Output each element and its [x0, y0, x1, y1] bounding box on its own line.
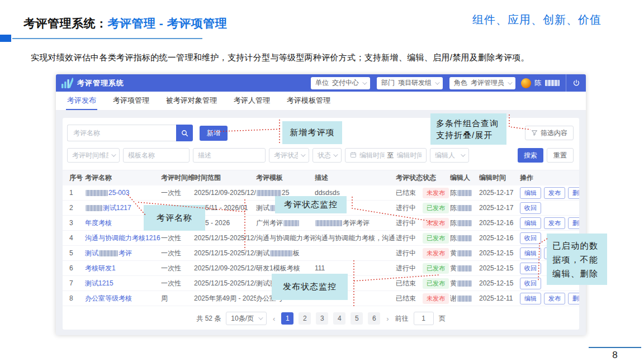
- cell-time-range: 2025/12/15-2025/12/17: [194, 279, 256, 287]
- page-number-2[interactable]: 2: [299, 312, 311, 325]
- cell-eval-name: 考核研发1: [85, 264, 161, 273]
- tab-3[interactable]: 考评人管理: [233, 92, 271, 110]
- field-placeholder: 考评状态: [274, 151, 298, 160]
- page-number-1[interactable]: 1: [281, 312, 293, 325]
- filter-search-button[interactable]: 搜索: [518, 148, 543, 163]
- action-button[interactable]: 编辑: [520, 293, 541, 304]
- page-number-4[interactable]: 4: [333, 312, 345, 325]
- goto-suffix: 页: [439, 314, 446, 323]
- chevron-down-icon: [333, 152, 338, 156]
- action-button[interactable]: 收回: [520, 202, 541, 214]
- callout-multi-query: 多条件组合查询 支持折叠/展开: [430, 113, 506, 145]
- tab-0[interactable]: 考评发布: [66, 92, 97, 110]
- filter-reset-button[interactable]: 重置: [547, 148, 574, 163]
- text-part: 沟通与协调能力考核，沟通与协...: [315, 234, 396, 242]
- status-badge: 已发布: [423, 233, 449, 244]
- text-part: 测试1215: [85, 279, 113, 287]
- action-button[interactable]: 编辑: [520, 247, 541, 259]
- filter-select-0[interactable]: 考评时间维度: [67, 148, 120, 163]
- action-button[interactable]: 发布: [544, 217, 565, 229]
- filter-input-1[interactable]: 模板名称: [123, 148, 190, 163]
- cell-time-range: 2025年第49周 - 2025...: [194, 294, 256, 303]
- add-button[interactable]: 新增: [200, 126, 228, 141]
- text-part: 陈: [450, 204, 457, 212]
- calendar-icon-wrap: [350, 151, 357, 160]
- page-number-6[interactable]: 6: [368, 312, 380, 325]
- action-button[interactable]: 收回: [520, 263, 541, 274]
- header-select-0[interactable]: 单位交付中心: [311, 77, 370, 89]
- title-section-name: 考评管理 - 考评项管理: [108, 17, 228, 30]
- user-info[interactable]: 陈: [521, 78, 560, 88]
- text-part: 测试: [256, 204, 269, 212]
- goto-page-input[interactable]: [414, 312, 434, 325]
- cell-description: 111: [315, 264, 396, 272]
- slide: 考评管理系统：考评管理 - 考评项管理 组件、应用、创新、价值 实现对绩效评估中…: [0, 0, 644, 362]
- cell-index: 4: [63, 234, 85, 242]
- search-input[interactable]: [67, 125, 176, 141]
- cell-template: 测试板: [256, 249, 315, 258]
- filter-daterange-5[interactable]: 编辑时间开始至编辑时间结束: [345, 148, 427, 163]
- column-header-3: 时间范围: [194, 173, 256, 183]
- filter-select-6[interactable]: 编辑人: [430, 148, 469, 163]
- callout-add-item: 新增考评项: [282, 121, 342, 144]
- redacted-text: [457, 280, 472, 287]
- tab-4[interactable]: 考评模板管理: [286, 92, 332, 110]
- cell-actions: 收回: [520, 202, 579, 214]
- cell-actions: 编辑发布删除: [520, 187, 579, 199]
- cell-time-dimension: 一次性: [161, 264, 194, 273]
- next-page-button[interactable]: ›: [385, 315, 390, 323]
- slide-motto: 组件、应用、创新、价值: [472, 12, 602, 27]
- brand: 考评管理系统: [61, 78, 124, 88]
- page-number-3[interactable]: 3: [316, 312, 328, 325]
- tab-2[interactable]: 被考评对象管理: [165, 92, 218, 110]
- status-badge: 未发布: [423, 188, 449, 198]
- action-button[interactable]: 发布: [544, 187, 565, 199]
- redacted-text: [86, 190, 108, 196]
- funnel-icon: [531, 130, 538, 136]
- cell-publish-status: 未发布: [423, 248, 450, 259]
- action-button[interactable]: 删除: [568, 293, 579, 304]
- action-button[interactable]: 编辑: [520, 187, 541, 199]
- filter-select-3[interactable]: 考评状态: [269, 148, 309, 163]
- filter-content-button[interactable]: 筛选内容: [525, 126, 574, 140]
- field-placeholder: 编辑人: [435, 151, 458, 160]
- text-part: 测试: [256, 249, 269, 257]
- user-avatar: [521, 78, 531, 88]
- prev-page-button[interactable]: ‹: [272, 315, 276, 323]
- footer-line: [589, 347, 641, 348]
- action-button[interactable]: 发布: [544, 293, 565, 304]
- accent-square: [0, 35, 11, 42]
- tab-1[interactable]: 考评项管理: [112, 92, 150, 110]
- pagination-total: 共 52 条: [196, 314, 221, 323]
- chevron-down-icon: [362, 80, 367, 84]
- logout-button[interactable]: [566, 74, 586, 92]
- search-icon-button[interactable]: [176, 125, 193, 141]
- text-part: 测试: [85, 249, 98, 257]
- cell-publish-status: 未发布: [423, 293, 450, 304]
- action-button[interactable]: 编辑: [520, 217, 541, 229]
- header-select-1[interactable]: 部门项目研发组: [377, 77, 443, 89]
- redacted-text: [457, 250, 472, 256]
- text-part: 黄: [450, 279, 457, 287]
- cell-publish-status: 未发布: [423, 188, 450, 198]
- redacted-text: [270, 250, 292, 256]
- chevron-down-icon: [301, 152, 305, 156]
- action-button[interactable]: 收回: [520, 232, 541, 244]
- cell-edit-time: 2025-12-17: [479, 204, 520, 212]
- field-placeholder: 考评时间维度: [72, 151, 108, 160]
- cell-editor: 黄: [450, 264, 479, 273]
- action-button[interactable]: 收回: [520, 278, 541, 289]
- action-button[interactable]: 删除: [568, 187, 579, 199]
- header-select-2[interactable]: 角色考评管理员: [449, 77, 515, 89]
- page-number-5[interactable]: 5: [351, 312, 363, 325]
- cell-editor: 陈: [450, 218, 479, 228]
- status-badge: 已发布: [423, 203, 449, 213]
- filter-select-4[interactable]: 状态: [312, 148, 342, 163]
- cell-time-range: 2025/12/15-2025/12/27: [194, 234, 256, 242]
- action-button[interactable]: 删除: [568, 217, 579, 229]
- filter-input-2[interactable]: 描述: [193, 148, 266, 163]
- cell-publish-status: 已发布: [423, 203, 450, 213]
- cell-description: 沟通与协调能力考核，沟通与协...: [315, 234, 396, 243]
- page-size-select[interactable]: 10条/页: [226, 312, 267, 325]
- cell-time-range: 2025/12/09-2025/12/17: [194, 264, 256, 272]
